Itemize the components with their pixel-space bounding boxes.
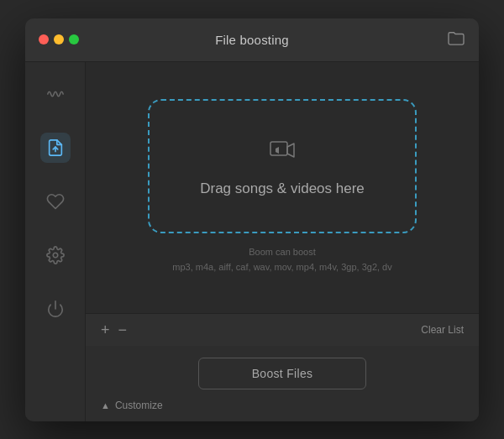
- supported-formats: Boom can boost mp3, m4a, aiff, caf, wav,…: [172, 245, 391, 274]
- traffic-lights: [39, 34, 79, 44]
- app-window: File boosting: [25, 18, 479, 421]
- boost-area: Boost Files: [86, 346, 479, 389]
- music-video-icon: [267, 135, 297, 165]
- dropzone-label: Drag songs & videos here: [200, 180, 365, 197]
- boost-files-button[interactable]: Boost Files: [198, 358, 366, 389]
- main-layout: Drag songs & videos here Boom can boost …: [25, 62, 479, 421]
- folder-icon: [447, 30, 465, 45]
- remove-file-button[interactable]: −: [118, 322, 128, 337]
- clear-list-button[interactable]: Clear List: [421, 324, 464, 336]
- minimize-button[interactable]: [54, 34, 64, 44]
- content-area: Drag songs & videos here Boom can boost …: [86, 62, 479, 421]
- add-file-button[interactable]: +: [101, 322, 110, 337]
- titlebar: File boosting: [25, 18, 479, 62]
- gear-icon: [46, 246, 65, 264]
- dropzone[interactable]: Drag songs & videos here: [148, 99, 417, 233]
- dropzone-area: Drag songs & videos here Boom can boost …: [86, 62, 479, 313]
- media-icon: [267, 135, 297, 172]
- waveform-icon: [46, 85, 65, 103]
- close-button[interactable]: [39, 34, 49, 44]
- svg-point-1: [53, 253, 58, 258]
- heart-icon: [46, 192, 65, 211]
- folder-button[interactable]: [447, 30, 465, 50]
- chevron-up-icon: ▲: [101, 400, 110, 410]
- customize-bar[interactable]: ▲ Customize: [86, 389, 479, 421]
- power-icon: [46, 300, 65, 318]
- sidebar-item-waveform[interactable]: [40, 79, 71, 109]
- customize-label: Customize: [115, 400, 163, 411]
- sidebar-item-power[interactable]: [40, 294, 71, 324]
- formats-list: mp3, m4a, aiff, caf, wav, mov, mp4, m4v,…: [172, 260, 391, 275]
- window-title: File boosting: [215, 33, 289, 47]
- maximize-button[interactable]: [69, 34, 79, 44]
- bottom-toolbar: + − Clear List: [86, 313, 479, 346]
- sidebar-item-favorites[interactable]: [40, 186, 71, 217]
- sidebar: [25, 62, 86, 421]
- file-boost-icon: [46, 138, 65, 157]
- sidebar-item-settings[interactable]: [40, 240, 71, 270]
- sidebar-item-file-boost[interactable]: [40, 133, 71, 163]
- boom-can-boost-label: Boom can boost: [172, 245, 391, 260]
